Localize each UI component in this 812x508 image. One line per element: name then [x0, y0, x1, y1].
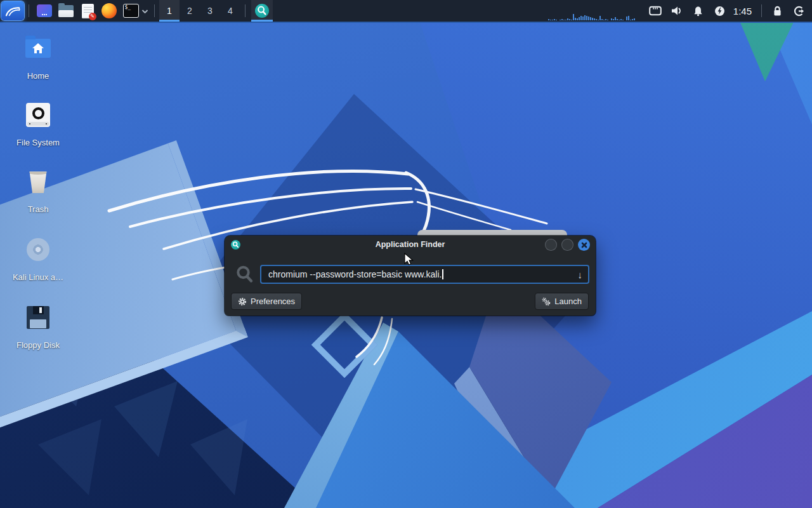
home-folder-icon	[8, 34, 69, 62]
minimize-button[interactable]	[545, 239, 557, 251]
preferences-button[interactable]: Preferences	[231, 293, 302, 310]
window-title: Application Finder	[225, 236, 596, 253]
power-lightning-icon	[714, 6, 725, 17]
wallpaper-shape	[311, 312, 378, 378]
hard-drive-icon	[8, 101, 69, 129]
maximize-button[interactable]	[561, 239, 573, 251]
lock-icon	[773, 6, 782, 17]
launch-label: Launch	[554, 297, 582, 306]
network-icon	[649, 6, 662, 16]
desktop-icon-label: Kali Linux a…	[8, 272, 69, 282]
desktop-icon-kali-cd[interactable]: Kali Linux a…	[8, 236, 69, 282]
gear-icon	[238, 297, 247, 306]
launcher-file-manager[interactable]	[58, 2, 74, 20]
kali-logo-icon	[4, 4, 21, 18]
preferences-label: Preferences	[251, 297, 295, 306]
desktop-icon-label: Home	[8, 71, 69, 81]
bell-icon	[693, 6, 704, 17]
launch-button[interactable]: Launch	[535, 293, 589, 310]
desktop-icon-home[interactable]: Home	[8, 34, 69, 81]
application-finder-task-icon	[255, 4, 269, 18]
optical-disc-icon	[8, 236, 69, 264]
search-input[interactable]: chromium --password-store=basic www.kali…	[260, 265, 589, 284]
logout-icon	[794, 6, 804, 17]
desktop-icon-label: Trash	[8, 204, 69, 214]
titlebar[interactable]: Application Finder	[225, 236, 596, 253]
panel-separator	[245, 4, 246, 17]
firefox-icon	[102, 3, 117, 18]
desktop-icon-label: File System	[8, 138, 69, 147]
desktop-icon-file-system[interactable]: File System	[8, 101, 69, 147]
search-icon	[230, 264, 260, 284]
app-window-icon	[37, 4, 52, 17]
desktop-icon-trash[interactable]: Trash	[8, 168, 69, 214]
speaker-icon	[671, 6, 683, 16]
workspace-4[interactable]: 4	[220, 0, 240, 22]
launcher-firefox[interactable]	[101, 2, 117, 20]
application-finder-window: Application Finder chromium --password-s…	[225, 236, 596, 316]
logout-button[interactable]	[788, 0, 809, 22]
launcher-text-editor[interactable]: ✎	[79, 2, 96, 20]
terminal-icon: $_	[123, 4, 139, 18]
launcher-app-window[interactable]	[36, 2, 53, 20]
panel-separator	[761, 4, 762, 17]
search-input-value: chromium --password-store=basic www.kali…	[268, 269, 442, 279]
workspace-3[interactable]: 3	[200, 0, 220, 22]
network-tray-icon[interactable]	[645, 0, 666, 22]
run-gears-icon	[542, 297, 551, 306]
applications-menu-button[interactable]	[1, 1, 24, 20]
close-button[interactable]	[578, 239, 590, 251]
workspace-switcher: 1 2 3 4	[159, 0, 240, 22]
clock[interactable]: 1:45	[733, 6, 752, 17]
workspace-2[interactable]: 2	[180, 0, 200, 22]
dropdown-arrow-icon[interactable]: ↓	[578, 269, 583, 280]
floppy-disk-icon	[8, 304, 69, 331]
desktop-icon-label: Floppy Disk	[8, 340, 69, 350]
document-icon: ✎	[82, 4, 94, 18]
launcher-dropdown-chevron-icon[interactable]	[141, 9, 148, 14]
text-caret	[442, 269, 443, 279]
pencil-badge-icon: ✎	[89, 13, 96, 20]
cpu-graph[interactable]	[548, 1, 638, 20]
volume-tray-icon[interactable]	[666, 0, 688, 22]
desktop-icon-floppy[interactable]: Floppy Disk	[8, 304, 69, 350]
folder-icon	[58, 5, 74, 17]
panel-separator	[29, 4, 29, 17]
lock-screen-button[interactable]	[766, 0, 788, 22]
workspace-1[interactable]: 1	[159, 0, 180, 22]
panel-separator	[154, 4, 155, 17]
trash-icon	[8, 168, 69, 196]
taskbar-application-finder[interactable]	[251, 0, 273, 22]
power-manager-tray-icon[interactable]	[709, 0, 731, 22]
desktop-background[interactable]: Home File System Trash Kali Linux a… Flo…	[0, 0, 812, 508]
top-panel: ✎ $_ 1 2 3 4	[0, 0, 812, 23]
close-icon	[581, 242, 587, 248]
notifications-tray-icon[interactable]	[688, 0, 709, 22]
launcher-terminal[interactable]: $_	[122, 2, 139, 20]
